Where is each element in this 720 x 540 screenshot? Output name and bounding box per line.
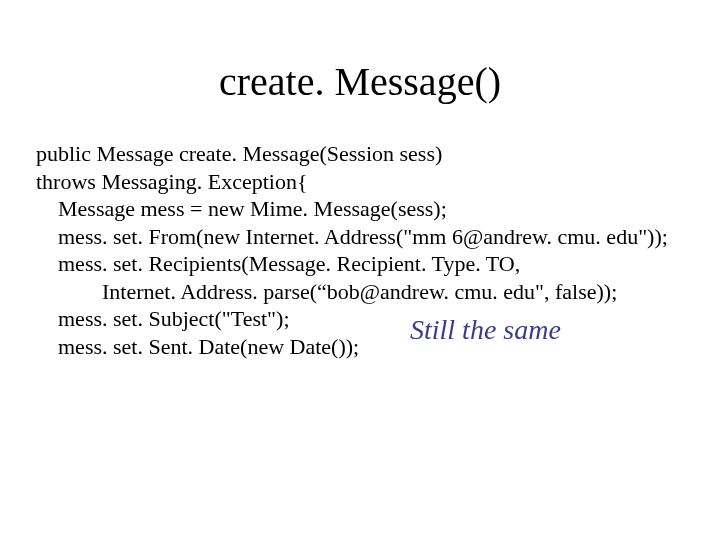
code-line: mess. set. Recipients(Message. Recipient… bbox=[36, 251, 520, 276]
code-line: mess. set. Sent. Date(new Date()); bbox=[36, 334, 359, 359]
code-line: throws Messaging. Exception{ bbox=[36, 169, 307, 194]
code-line: mess. set. From(new Internet. Address("m… bbox=[36, 224, 668, 249]
code-line: public Message create. Message(Session s… bbox=[36, 141, 442, 166]
slide: create. Message() public Message create.… bbox=[0, 0, 720, 540]
code-line: Message mess = new Mime. Message(sess); bbox=[36, 196, 447, 221]
annotation-text: Still the same bbox=[410, 314, 561, 346]
code-block: public Message create. Message(Session s… bbox=[36, 140, 684, 360]
code-line: Internet. Address. parse(“bob@andrew. cm… bbox=[36, 279, 617, 304]
slide-title: create. Message() bbox=[0, 58, 720, 105]
code-line: mess. set. Subject("Test"); bbox=[36, 306, 290, 331]
